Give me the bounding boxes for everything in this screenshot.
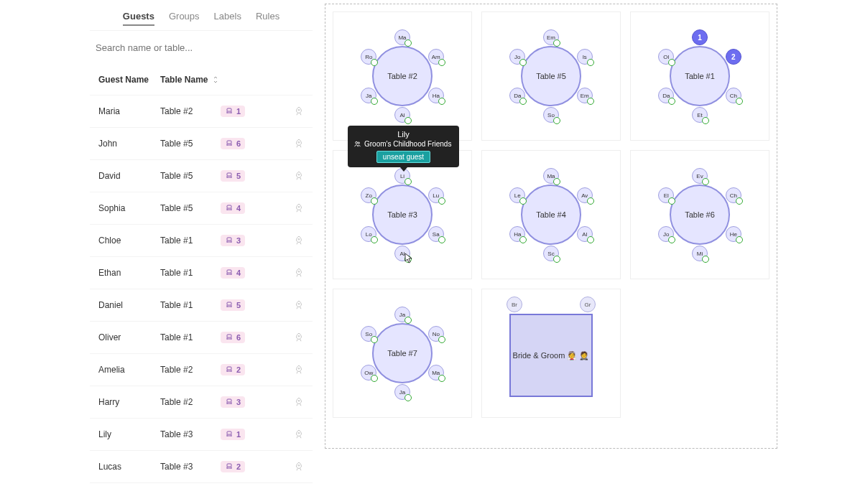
seat[interactable]: Lo	[361, 226, 376, 242]
table-shape[interactable]: Table #1	[670, 46, 730, 106]
svg-point-19	[298, 400, 300, 401]
seat[interactable]: Av	[577, 187, 593, 203]
search-input[interactable]	[96, 39, 307, 56]
guest-row[interactable]: OliverTable #16	[90, 322, 313, 354]
rocket-icon[interactable]	[294, 235, 304, 246]
rocket-icon[interactable]	[294, 429, 304, 439]
table-shape[interactable]: Table #6	[670, 185, 730, 245]
seat[interactable]: Le	[509, 187, 525, 203]
guest-row[interactable]: HarryTable #23	[90, 386, 313, 419]
seat[interactable]: Mi	[692, 246, 708, 261]
guest-name: John	[98, 139, 160, 149]
seat[interactable]: Da	[509, 88, 525, 103]
table-cell[interactable]: Table #112ChEtDaOl	[630, 11, 769, 141]
svg-rect-10	[227, 270, 231, 273]
seat[interactable]: Ro	[361, 49, 376, 65]
guest-row[interactable]: ChloeTable #13	[90, 225, 313, 257]
seat[interactable]: Ha	[428, 88, 444, 103]
rocket-icon[interactable]	[294, 397, 304, 407]
seat[interactable]: Ja	[394, 307, 410, 322]
table-cell[interactable]: Table #2MaAmHaAlJaRo	[333, 11, 472, 141]
seat[interactable]: Da	[658, 88, 674, 103]
table-cell[interactable]: Table #5EmIsEmSoDaJo	[481, 11, 621, 141]
seat[interactable]: Ev	[692, 168, 708, 184]
guest-list[interactable]: MariaTable #21JohnTable #56DavidTable #5…	[90, 95, 313, 483]
seat[interactable]: Br	[507, 297, 522, 312]
seat[interactable]: Jo	[658, 226, 674, 242]
tab-labels[interactable]: Labels	[214, 8, 241, 26]
guest-row[interactable]: JohnTable #56	[90, 128, 313, 160]
table-cell[interactable]: Table #6EvChHeMiJoEl	[630, 150, 769, 279]
guest-row[interactable]: LucasTable #32	[90, 451, 313, 483]
table-shape[interactable]: Table #7	[372, 323, 433, 383]
seat[interactable]: Lu	[428, 187, 444, 203]
seat[interactable]: Ol	[658, 49, 674, 65]
seat[interactable]: Al	[577, 226, 593, 242]
table-cell[interactable]: Table #4MaAvAlScHaLe	[481, 150, 621, 279]
seat[interactable]: Ch	[726, 187, 741, 203]
table-cell[interactable]: Table #7JaNoMaJaOwSo	[333, 289, 472, 418]
chair-icon	[225, 301, 234, 309]
table-shape[interactable]: Table #4	[521, 185, 581, 245]
seat[interactable]: Am	[428, 49, 444, 65]
guest-row[interactable]: MariaTable #21	[90, 95, 313, 128]
rocket-icon[interactable]	[294, 300, 304, 310]
table-shape[interactable]: Bride & Groom 👰 🤵	[509, 314, 593, 397]
col-header-table[interactable]: Table Name	[160, 75, 221, 85]
seat[interactable]: Ch	[726, 88, 741, 103]
seat[interactable]: So	[361, 326, 376, 342]
rocket-icon[interactable]	[294, 171, 304, 181]
chair-icon	[225, 204, 234, 213]
seat[interactable]: El	[658, 187, 674, 203]
guest-row[interactable]: EthanTable #14	[90, 257, 313, 289]
seat[interactable]: Gr	[580, 297, 596, 312]
guest-row[interactable]: AmeliaTable #22	[90, 354, 313, 386]
seat[interactable]: Al	[394, 246, 410, 261]
guest-row[interactable]: SophiaTable #54	[90, 192, 313, 225]
table-shape[interactable]: Table #5	[521, 46, 581, 106]
rocket-icon[interactable]	[294, 332, 304, 342]
rocket-icon[interactable]	[294, 203, 304, 213]
seat[interactable]: Ha	[509, 226, 525, 242]
rocket-icon[interactable]	[294, 106, 304, 116]
tab-groups[interactable]: Groups	[169, 8, 200, 26]
seat[interactable]: 2	[726, 49, 741, 65]
guest-seat: 3	[221, 235, 249, 246]
seat[interactable]: Ja	[394, 384, 410, 400]
seat[interactable]: Em	[543, 29, 559, 45]
seat[interactable]: Ja	[361, 88, 376, 103]
seat[interactable]: Ow	[361, 365, 376, 381]
seat[interactable]: Ma	[543, 168, 559, 184]
table-shape[interactable]: Table #2	[372, 46, 433, 106]
seat[interactable]: So	[543, 107, 559, 123]
seat[interactable]: 1	[692, 29, 708, 45]
seating-canvas[interactable]: Table #2MaAmHaAlJaRoTable #5EmIsEmSoDaJo…	[325, 4, 777, 449]
guest-table: Table #1	[160, 300, 221, 310]
tab-rules[interactable]: Rules	[256, 8, 279, 26]
rocket-icon[interactable]	[294, 365, 304, 375]
tab-guests[interactable]: Guests	[123, 8, 154, 26]
seat[interactable]: Sc	[543, 246, 559, 261]
seat[interactable]: Sa	[428, 226, 444, 242]
seat[interactable]: He	[726, 226, 741, 242]
guest-row[interactable]: DavidTable #55	[90, 160, 313, 192]
rocket-icon[interactable]	[294, 268, 304, 278]
table-cell[interactable]: BrGrBride & Groom 👰 🤵	[481, 289, 621, 418]
guest-row[interactable]: DanielTable #15	[90, 289, 313, 322]
guest-table: Table #2	[160, 397, 221, 407]
seat[interactable]: Ma	[428, 365, 444, 381]
seat[interactable]: Is	[577, 49, 593, 65]
seat[interactable]: Ma	[394, 29, 410, 45]
seat[interactable]: Et	[692, 107, 708, 123]
rocket-icon[interactable]	[294, 139, 304, 149]
table-shape[interactable]: Table #3	[372, 185, 433, 245]
seat[interactable]: Al	[394, 107, 410, 123]
guest-seat: 6	[221, 332, 249, 343]
seat[interactable]: Em	[577, 88, 593, 103]
seat[interactable]: No	[428, 326, 444, 342]
seat[interactable]: Zo	[361, 187, 376, 203]
rocket-icon[interactable]	[294, 462, 304, 472]
unseat-button[interactable]: unseat guest	[376, 151, 430, 163]
seat[interactable]: Jo	[509, 49, 525, 65]
guest-row[interactable]: LilyTable #31	[90, 419, 313, 451]
